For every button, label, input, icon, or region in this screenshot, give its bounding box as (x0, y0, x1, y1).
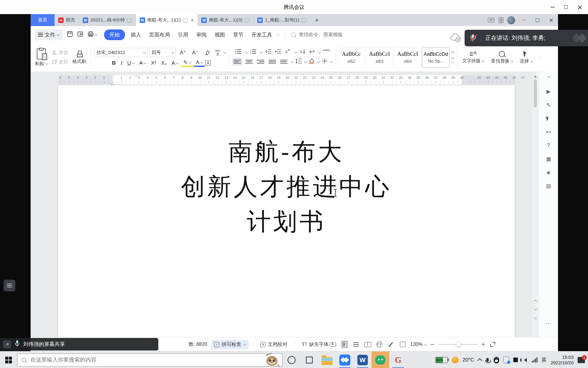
cortana-button[interactable] (283, 351, 300, 368)
previous-page-button[interactable] (532, 298, 538, 304)
horizontal-ruler[interactable]: 6543211234567891011121314151617181920212… (31, 75, 539, 84)
superscript-button[interactable]: X² (149, 60, 158, 66)
zoom-slider-knob[interactable] (456, 342, 461, 347)
menu-tab-reference[interactable]: 引用 (174, 31, 192, 38)
ime-indicator[interactable]: 英 (541, 356, 547, 363)
scroll-up-icon[interactable] (534, 74, 537, 78)
wechat-taskbar-button[interactable] (371, 351, 389, 368)
increase-font-button[interactable]: A⁺ (178, 49, 188, 56)
menu-tab-start[interactable]: 开始 (104, 29, 125, 40)
missing-font-button[interactable]: T? 缺失字体 (299, 340, 331, 349)
zoom-slider[interactable] (438, 344, 478, 345)
word-taskbar-button[interactable]: W (354, 351, 371, 368)
next-page-button[interactable] (532, 306, 538, 311)
notification-center-icon[interactable]: 1 (578, 357, 585, 363)
char-scale-icon[interactable]: A (284, 49, 292, 55)
adjust-tool-icon[interactable]: ⊷ (543, 127, 554, 137)
tab-docer[interactable]: ❧ 稻壳 (55, 14, 79, 26)
menu-tab-view[interactable]: 视图 (211, 31, 229, 38)
task-view-button[interactable] (300, 351, 318, 368)
restore-button[interactable] (559, 0, 573, 14)
style-card-no-spacing[interactable]: AaBbCcDd No Sp... (422, 47, 450, 67)
distribute-button[interactable] (279, 58, 289, 66)
style-card-xl64[interactable]: AaBbCcI xl64 (394, 47, 421, 67)
font-size-select[interactable]: 四号 (149, 48, 176, 57)
numbered-list-icon[interactable]: 123 (250, 49, 257, 55)
export-icon[interactable] (77, 31, 83, 38)
decrease-font-button[interactable]: A⁻ (190, 49, 200, 56)
pages-tool-icon[interactable]: ▤ (543, 181, 554, 191)
qq-icon[interactable] (494, 357, 499, 363)
collapse-panel-icon[interactable] (543, 73, 554, 83)
menu-tab-section[interactable]: 章节 (229, 31, 247, 38)
read-view-icon[interactable] (364, 340, 372, 348)
page-view-icon[interactable] (341, 340, 349, 348)
tab-document-3[interactable]: W 南航-布大...1)(3) (198, 14, 253, 26)
align-left-button[interactable] (232, 58, 242, 66)
tab-home[interactable]: 首页 (31, 14, 55, 26)
spell-check-button[interactable]: ✓ 拼写检查 (211, 340, 249, 349)
styles-expand-icon[interactable] (451, 60, 454, 63)
italic-button[interactable]: I (119, 60, 125, 66)
styles-scroll-down-icon[interactable] (451, 56, 454, 59)
taskbar-search[interactable] (17, 354, 283, 366)
cut-button[interactable]: 剪切 (51, 49, 69, 57)
more-menu-tabs-icon[interactable]: › (276, 32, 280, 37)
menu-tab-dev-tools[interactable]: 开发工具 (247, 31, 276, 38)
paste-button[interactable]: 粘贴 (33, 48, 50, 67)
pinyin-guide-button[interactable]: wén 文 (214, 49, 222, 56)
apps-badge-icon[interactable]: 4D (488, 18, 494, 22)
g-app-taskbar-button[interactable]: G (389, 351, 407, 368)
font-color-button[interactable]: A (194, 59, 205, 67)
pen-tool-icon[interactable]: ✎ (543, 100, 554, 110)
menu-tab-insert[interactable]: 插入 (127, 31, 145, 38)
media-tool-icon[interactable]: ▦ (543, 154, 554, 164)
justify-button[interactable] (267, 58, 277, 66)
tencent-meeting-taskbar-button[interactable] (336, 351, 354, 368)
mic-muted-icon[interactable] (469, 34, 476, 42)
page-select-button[interactable]: ○ (532, 316, 538, 321)
copy-button[interactable]: 复制 (51, 58, 69, 66)
increase-indent-icon[interactable] (275, 49, 281, 55)
tray-expand-icon[interactable] (477, 358, 482, 363)
ink-view-icon[interactable] (387, 340, 395, 348)
tab-ruler-icon[interactable] (323, 49, 330, 55)
wps-minimize-button[interactable] (519, 14, 529, 26)
font-name-select[interactable]: 仿宋_GB2312 (94, 48, 148, 57)
tray-mic-icon[interactable] (486, 358, 489, 362)
text-effects-button[interactable]: A (169, 60, 180, 66)
fit-page-icon[interactable] (399, 340, 407, 348)
web-view-icon[interactable] (375, 340, 383, 348)
wps-close-button[interactable] (546, 14, 556, 26)
weather-sun-icon[interactable] (452, 357, 458, 363)
workspace-grid-icon[interactable] (499, 17, 503, 23)
eye-protect-icon[interactable] (329, 340, 337, 348)
tab-document-2-active[interactable]: W 南航-布大...1)(1) ✕ (136, 14, 198, 26)
char-border-button[interactable]: A (205, 60, 211, 66)
clear-format-icon[interactable] (202, 50, 212, 55)
style-card-xl63[interactable]: AaBbCcI xl63 (366, 47, 393, 67)
clock[interactable]: 15:03 2022/10/20 (551, 355, 574, 366)
decrease-indent-icon[interactable] (265, 49, 272, 55)
command-search[interactable] (285, 29, 365, 40)
underline-button[interactable]: U (125, 60, 136, 66)
taskbar-search-input[interactable] (30, 356, 260, 363)
stamp-tool-icon[interactable]: ◈ (543, 167, 554, 178)
format-painter-button[interactable]: 格式刷 (70, 51, 88, 64)
wrap-icon[interactable] (309, 49, 315, 55)
bullet-list-icon[interactable] (235, 49, 242, 55)
style-card-xl62[interactable]: AaBbCc xl62 (337, 47, 365, 67)
more-tools-icon[interactable]: ⋯ (543, 318, 554, 328)
scrollbar-thumb[interactable] (534, 79, 537, 108)
save-icon[interactable] (67, 31, 73, 38)
account-avatar[interactable] (507, 16, 515, 24)
meeting-sidebar-toggle-button[interactable] (4, 280, 15, 291)
menu-tab-page-layout[interactable]: 页面布局 (145, 31, 174, 38)
wps-restore-button[interactable] (533, 14, 542, 26)
menu-tab-review[interactable]: 审阅 (192, 31, 211, 38)
file-explorer-button[interactable] (318, 351, 336, 368)
align-right-button[interactable] (256, 58, 266, 66)
shading-icon[interactable] (308, 58, 315, 65)
doc-proof-button[interactable]: ✕ 文档校对 (258, 340, 290, 349)
battery-icon[interactable]: 61% (435, 357, 448, 363)
